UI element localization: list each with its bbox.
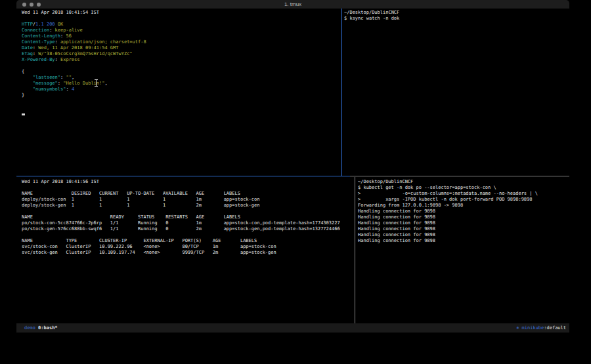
terminal-line: Handling connection for 9898: [358, 214, 538, 220]
text-segment: [22, 113, 25, 115]
terminal-line: [22, 209, 340, 214]
terminal-line: "numsymbols": 4: [22, 87, 146, 92]
terminal-line: Forwarding from 127.0.0.1:9898 -> 9898: [358, 203, 538, 209]
window-titlebar[interactable]: 1. tmux: [16, 0, 569, 9]
terminal-line: deploy/stock-con 1 1 1 1 1m app=stock-co…: [22, 197, 340, 203]
terminal-line: [22, 185, 340, 191]
terminal-line: $ ksync watch -n dok: [344, 16, 399, 22]
text-segment: Connection: [22, 28, 49, 33]
terminal-line: [22, 232, 340, 238]
text-segment: ,: [104, 81, 107, 86]
minimize-button[interactable]: [30, 3, 33, 7]
text-segment: ~/Desktop/DublinCNCF: [358, 179, 413, 184]
pane-divider-vertical-bottom[interactable]: [355, 177, 355, 323]
text-segment: $ kubectl get -n dok po --selector=app=s…: [358, 185, 496, 190]
text-segment: keep-alive: [55, 28, 83, 33]
text-segment: po/stock-gen-576cc688bb-swqf6 1/1 Runnin…: [22, 226, 340, 232]
terminal-line: {: [22, 69, 146, 75]
text-segment: ,: [72, 75, 74, 80]
kube-context-indicator: ⎈ minikube:default: [516, 325, 566, 331]
text-segment: svc/stock-con ClusterIP 10.99.222.96 <no…: [22, 244, 276, 249]
tmux-terminal: Wed 11 Apr 2018 10:41:54 ISTHTTP/1.1 200…: [16, 9, 569, 323]
text-segment: {: [22, 69, 24, 74]
pane-port-forward[interactable]: ~/Desktop/DublinCNCF$ kubectl get -n dok…: [358, 179, 538, 244]
terminal-line: NAME DESIRED CURRENT UP-TO-DATE AVAILABL…: [22, 191, 340, 197]
text-segment: [22, 87, 33, 92]
text-segment: "message": [33, 81, 58, 86]
text-segment: NAME TYPE CLUSTER-IP EXTERNAL-IP PORT(S)…: [22, 238, 257, 243]
terminal-line: Content-Type: application/json; charset=…: [22, 39, 146, 45]
text-segment: NAME DESIRED CURRENT UP-TO-DATE AVAILABL…: [22, 191, 240, 196]
pane-divider-horizontal-active[interactable]: [16, 176, 350, 176]
terminal-line: [22, 63, 146, 69]
terminal-line: Handling connection for 9898: [358, 226, 538, 232]
text-segment: [22, 75, 33, 80]
traffic-lights: [22, 0, 41, 9]
terminal-line: ~/Desktop/DublinCNCF: [344, 10, 399, 16]
text-segment: $ ksync watch -n dok: [344, 16, 399, 21]
text-segment: }: [22, 92, 24, 98]
text-segment: :: [55, 39, 60, 45]
tmux-status-bar: demo 0:bash* ⎈ minikube:default: [16, 323, 569, 333]
terminal-line: Handling connection for 9898: [358, 232, 538, 238]
terminal-line: deploy/stock-gen 1 1 1 1 2m app=stock-ge…: [22, 203, 340, 209]
terminal-line: }: [22, 92, 146, 98]
terminal-line: > -o=custom-columns=:metadata.name --no-…: [358, 191, 538, 197]
text-segment: X-Powered-By: [22, 57, 55, 62]
window-title: 1. tmux: [16, 0, 569, 9]
terminal-line: X-Powered-By: Express: [22, 57, 146, 63]
text-segment: application/json; charset=utf-8: [60, 39, 146, 45]
terminal-line: NAME TYPE CLUSTER-IP EXTERNAL-IP PORT(S)…: [22, 238, 340, 244]
terminal-line: [22, 110, 146, 116]
text-segment: deploy/stock-gen 1 1 1 1 2m app=stock-ge…: [22, 203, 259, 208]
pane-divider-vertical-top[interactable]: [341, 9, 342, 176]
terminal-line: Date: Wed, 11 Apr 2018 09:41:54 GMT: [22, 45, 146, 51]
zoom-button[interactable]: [37, 3, 41, 7]
text-segment: Handling connection for 9898: [358, 214, 435, 220]
text-segment: NAME READY STATUS RESTARTS AGE LABELS: [22, 214, 240, 220]
terminal-line: "lastseen": "",: [22, 75, 146, 81]
terminal-line: Handling connection for 9898: [358, 220, 538, 226]
tmux-session-window-tab[interactable]: demo 0:bash*: [24, 325, 58, 331]
text-segment: > -o=custom-columns=:metadata.name --no-…: [358, 191, 538, 196]
text-segment: :: [66, 87, 71, 92]
text-segment: ~/Desktop/DublinCNCF: [344, 10, 399, 15]
text-segment: po/stock-con-5cc874766c-2p6rp 1/1 Runnin…: [22, 220, 340, 226]
text-segment: Content-Length: [22, 33, 60, 39]
text-segment: Handling connection for 9898: [358, 226, 435, 232]
terminal-line: Content-Length: 56: [22, 33, 146, 39]
text-segment: Wed, 11 Apr 2018 09:41:54 GMT: [38, 45, 118, 51]
text-segment: W/"38-05coCsrg3mQ75sHr1d/qcWTwYZc": [38, 51, 132, 56]
terminal-line: Connection: keep-alive: [22, 28, 146, 33]
text-segment: Handling connection for 9898: [358, 220, 435, 226]
terminal-line: [22, 16, 146, 22]
terminal-line: Handling connection for 9898: [358, 209, 538, 214]
pane-kubectl-resources[interactable]: Wed 11 Apr 2018 10:41:56 ISTNAME DESIRED…: [22, 179, 340, 256]
text-segment: > xargs -IPOD kubectl -n dok port-forwar…: [358, 197, 533, 202]
text-segment: deploy/stock-con 1 1 1 1 1m app=stock-co…: [22, 197, 259, 202]
close-button[interactable]: [22, 3, 26, 7]
terminal-line: $ kubectl get -n dok po --selector=app=s…: [358, 185, 538, 191]
text-ibeam-pointer-icon: [95, 79, 98, 87]
text-segment: Content-Type: [22, 39, 55, 45]
terminal-line: Wed 11 Apr 2018 10:41:56 IST: [22, 179, 340, 185]
text-segment: Handling connection for 9898: [358, 238, 435, 243]
terminal-line: NAME READY STATUS RESTARTS AGE LABELS: [22, 214, 340, 220]
pane-divider-horizontal[interactable]: [350, 176, 569, 176]
text-segment: 1.1 200: [35, 22, 55, 27]
text-segment: 4: [72, 87, 74, 92]
terminal-line: [22, 104, 146, 110]
text-segment: 0:bash*: [38, 325, 58, 331]
terminal-line: svc/stock-gen ClusterIP 10.109.197.74 <n…: [22, 250, 340, 256]
text-segment: 56: [66, 33, 71, 39]
terminal-line: ETag: W/"38-05coCsrg3mQ75sHr1d/qcWTwYZc": [22, 51, 146, 57]
text-segment: :: [49, 28, 55, 33]
terminal-line: [22, 98, 146, 104]
pane-ksync-watch[interactable]: ~/Desktop/DublinCNCF$ ksync watch -n dok: [344, 10, 399, 22]
text-segment: Handling connection for 9898: [358, 209, 435, 214]
terminal-line: "message": "Hello Dublin!",: [22, 81, 146, 87]
terminal-line: HTTP/1.1 200 OK: [22, 22, 146, 28]
terminal-line: > xargs -IPOD kubectl -n dok port-forwar…: [358, 197, 538, 203]
terminal-line: po/stock-con-5cc874766c-2p6rp 1/1 Runnin…: [22, 220, 340, 226]
pane-http-response[interactable]: Wed 11 Apr 2018 10:41:54 ISTHTTP/1.1 200…: [22, 10, 146, 116]
